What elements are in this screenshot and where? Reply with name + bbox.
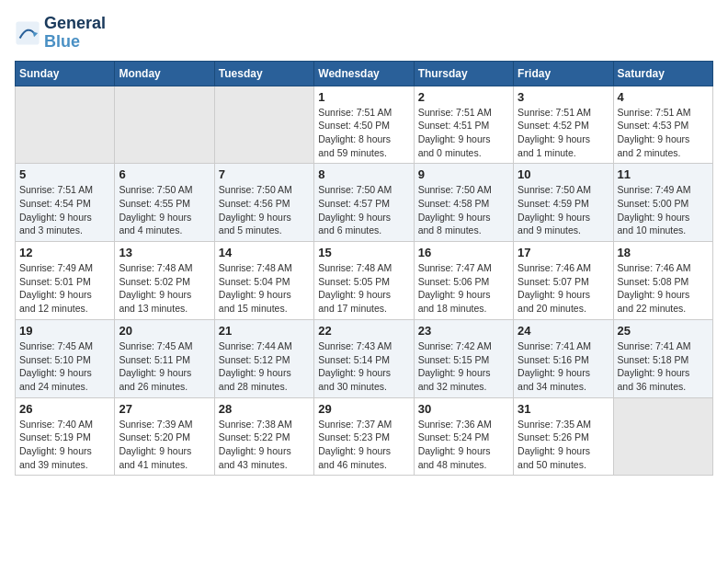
day-info: Sunrise: 7:50 AM Sunset: 4:56 PM Dayligh… <box>219 183 310 237</box>
logo: GeneralBlue <box>15 15 106 52</box>
calendar-cell <box>214 86 313 164</box>
calendar-cell: 15Sunrise: 7:48 AM Sunset: 5:05 PM Dayli… <box>314 242 414 320</box>
calendar-cell: 28Sunrise: 7:38 AM Sunset: 5:22 PM Dayli… <box>214 397 313 476</box>
day-info: Sunrise: 7:48 AM Sunset: 5:02 PM Dayligh… <box>119 261 210 316</box>
day-info: Sunrise: 7:46 AM Sunset: 5:08 PM Dayligh… <box>618 261 709 316</box>
day-number: 2 <box>418 90 509 104</box>
day-info: Sunrise: 7:50 AM Sunset: 4:58 PM Dayligh… <box>418 183 509 237</box>
day-info: Sunrise: 7:42 AM Sunset: 5:15 PM Dayligh… <box>418 339 509 394</box>
calendar-cell: 5Sunrise: 7:51 AM Sunset: 4:54 PM Daylig… <box>16 164 115 242</box>
day-info: Sunrise: 7:51 AM Sunset: 4:53 PM Dayligh… <box>618 106 709 160</box>
calendar-cell: 8Sunrise: 7:50 AM Sunset: 4:57 PM Daylig… <box>314 164 414 242</box>
weekday-header-sunday: Sunday <box>16 61 115 86</box>
calendar-cell: 31Sunrise: 7:35 AM Sunset: 5:26 PM Dayli… <box>514 397 613 476</box>
day-info: Sunrise: 7:44 AM Sunset: 5:12 PM Dayligh… <box>219 339 310 394</box>
calendar-cell: 9Sunrise: 7:50 AM Sunset: 4:58 PM Daylig… <box>414 164 513 242</box>
calendar-cell: 7Sunrise: 7:50 AM Sunset: 4:56 PM Daylig… <box>214 164 313 242</box>
day-info: Sunrise: 7:43 AM Sunset: 5:14 PM Dayligh… <box>318 339 409 394</box>
day-number: 14 <box>219 246 310 259</box>
day-number: 3 <box>518 90 609 104</box>
calendar-cell: 11Sunrise: 7:49 AM Sunset: 5:00 PM Dayli… <box>613 164 712 242</box>
calendar-cell <box>16 86 115 164</box>
day-number: 25 <box>618 324 709 338</box>
week-row-3: 12Sunrise: 7:49 AM Sunset: 5:01 PM Dayli… <box>16 242 713 320</box>
day-number: 19 <box>19 324 110 338</box>
day-number: 11 <box>618 167 709 181</box>
logo-icon <box>15 20 40 46</box>
week-row-4: 19Sunrise: 7:45 AM Sunset: 5:10 PM Dayli… <box>16 319 713 397</box>
day-number: 17 <box>518 246 609 259</box>
day-info: Sunrise: 7:49 AM Sunset: 5:00 PM Dayligh… <box>618 183 709 237</box>
day-info: Sunrise: 7:36 AM Sunset: 5:24 PM Dayligh… <box>418 418 509 472</box>
day-info: Sunrise: 7:41 AM Sunset: 5:16 PM Dayligh… <box>518 339 609 394</box>
day-info: Sunrise: 7:45 AM Sunset: 5:10 PM Dayligh… <box>19 339 110 394</box>
calendar-cell: 20Sunrise: 7:45 AM Sunset: 5:11 PM Dayli… <box>115 319 214 397</box>
day-info: Sunrise: 7:35 AM Sunset: 5:26 PM Dayligh… <box>518 418 609 472</box>
day-number: 18 <box>618 246 709 259</box>
day-number: 13 <box>119 246 210 259</box>
day-info: Sunrise: 7:50 AM Sunset: 4:57 PM Dayligh… <box>318 183 409 237</box>
day-info: Sunrise: 7:50 AM Sunset: 4:59 PM Dayligh… <box>518 183 609 237</box>
weekday-header-tuesday: Tuesday <box>214 61 313 86</box>
day-info: Sunrise: 7:45 AM Sunset: 5:11 PM Dayligh… <box>119 339 210 394</box>
week-row-2: 5Sunrise: 7:51 AM Sunset: 4:54 PM Daylig… <box>16 164 713 242</box>
day-info: Sunrise: 7:51 AM Sunset: 4:50 PM Dayligh… <box>318 106 409 160</box>
day-number: 7 <box>219 167 310 181</box>
day-info: Sunrise: 7:51 AM Sunset: 4:54 PM Dayligh… <box>19 183 110 237</box>
day-number: 29 <box>318 402 409 416</box>
day-info: Sunrise: 7:48 AM Sunset: 5:04 PM Dayligh… <box>219 261 310 316</box>
calendar-cell: 29Sunrise: 7:37 AM Sunset: 5:23 PM Dayli… <box>314 397 414 476</box>
calendar-cell: 6Sunrise: 7:50 AM Sunset: 4:55 PM Daylig… <box>115 164 214 242</box>
day-number: 10 <box>518 167 609 181</box>
day-number: 15 <box>318 246 409 259</box>
calendar-cell: 13Sunrise: 7:48 AM Sunset: 5:02 PM Dayli… <box>115 242 214 320</box>
calendar-cell <box>115 86 214 164</box>
calendar-cell: 3Sunrise: 7:51 AM Sunset: 4:52 PM Daylig… <box>514 86 613 164</box>
calendar-cell: 27Sunrise: 7:39 AM Sunset: 5:20 PM Dayli… <box>115 397 214 476</box>
calendar-cell: 26Sunrise: 7:40 AM Sunset: 5:19 PM Dayli… <box>16 397 115 476</box>
calendar-table: SundayMondayTuesdayWednesdayThursdayFrid… <box>15 61 713 477</box>
weekday-header-wednesday: Wednesday <box>314 61 414 86</box>
calendar-cell: 1Sunrise: 7:51 AM Sunset: 4:50 PM Daylig… <box>314 86 414 164</box>
calendar-cell: 25Sunrise: 7:41 AM Sunset: 5:18 PM Dayli… <box>613 319 712 397</box>
calendar-cell: 2Sunrise: 7:51 AM Sunset: 4:51 PM Daylig… <box>414 86 513 164</box>
day-number: 8 <box>318 167 409 181</box>
weekday-header-row: SundayMondayTuesdayWednesdayThursdayFrid… <box>16 61 713 86</box>
day-info: Sunrise: 7:47 AM Sunset: 5:06 PM Dayligh… <box>418 261 509 316</box>
calendar-cell: 16Sunrise: 7:47 AM Sunset: 5:06 PM Dayli… <box>414 242 513 320</box>
day-info: Sunrise: 7:39 AM Sunset: 5:20 PM Dayligh… <box>119 418 210 472</box>
calendar-cell: 23Sunrise: 7:42 AM Sunset: 5:15 PM Dayli… <box>414 319 513 397</box>
calendar-cell: 18Sunrise: 7:46 AM Sunset: 5:08 PM Dayli… <box>613 242 712 320</box>
day-number: 30 <box>418 402 509 416</box>
day-info: Sunrise: 7:37 AM Sunset: 5:23 PM Dayligh… <box>318 418 409 472</box>
day-info: Sunrise: 7:48 AM Sunset: 5:05 PM Dayligh… <box>318 261 409 316</box>
week-row-5: 26Sunrise: 7:40 AM Sunset: 5:19 PM Dayli… <box>16 397 713 476</box>
week-row-1: 1Sunrise: 7:51 AM Sunset: 4:50 PM Daylig… <box>16 86 713 164</box>
calendar-cell <box>613 397 712 476</box>
calendar-cell: 21Sunrise: 7:44 AM Sunset: 5:12 PM Dayli… <box>214 319 313 397</box>
calendar-cell: 19Sunrise: 7:45 AM Sunset: 5:10 PM Dayli… <box>16 319 115 397</box>
day-number: 31 <box>518 402 609 416</box>
day-number: 21 <box>219 324 310 338</box>
calendar-cell: 24Sunrise: 7:41 AM Sunset: 5:16 PM Dayli… <box>514 319 613 397</box>
day-info: Sunrise: 7:38 AM Sunset: 5:22 PM Dayligh… <box>219 418 310 472</box>
day-number: 9 <box>418 167 509 181</box>
day-number: 6 <box>119 167 210 181</box>
day-number: 12 <box>19 246 110 259</box>
weekday-header-thursday: Thursday <box>414 61 513 86</box>
day-number: 28 <box>219 402 310 416</box>
day-number: 20 <box>119 324 210 338</box>
day-info: Sunrise: 7:41 AM Sunset: 5:18 PM Dayligh… <box>618 339 709 394</box>
weekday-header-saturday: Saturday <box>613 61 712 86</box>
day-number: 1 <box>318 90 409 104</box>
day-number: 23 <box>418 324 509 338</box>
calendar-cell: 22Sunrise: 7:43 AM Sunset: 5:14 PM Dayli… <box>314 319 414 397</box>
day-info: Sunrise: 7:49 AM Sunset: 5:01 PM Dayligh… <box>19 261 110 316</box>
calendar-cell: 4Sunrise: 7:51 AM Sunset: 4:53 PM Daylig… <box>613 86 712 164</box>
calendar-cell: 17Sunrise: 7:46 AM Sunset: 5:07 PM Dayli… <box>514 242 613 320</box>
weekday-header-monday: Monday <box>115 61 214 86</box>
day-number: 4 <box>618 90 709 104</box>
day-info: Sunrise: 7:46 AM Sunset: 5:07 PM Dayligh… <box>518 261 609 316</box>
day-info: Sunrise: 7:40 AM Sunset: 5:19 PM Dayligh… <box>19 418 110 472</box>
day-number: 16 <box>418 246 509 259</box>
